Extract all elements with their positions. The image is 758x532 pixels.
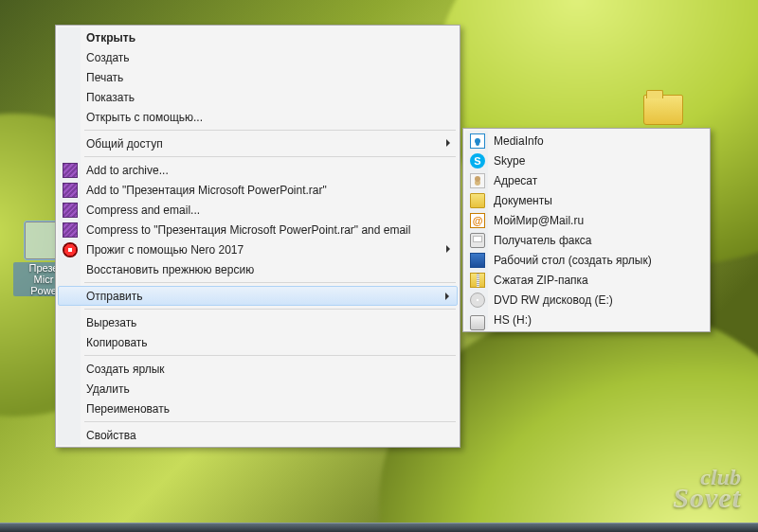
menu-send-to[interactable]: Отправить (58, 286, 458, 306)
menu-label: Сжатая ZIP-папка (494, 274, 588, 287)
sendto-fax[interactable]: Получатель факса (465, 230, 708, 250)
mail-icon (470, 213, 485, 228)
sendto-mediainfo[interactable]: MediaInfo (465, 131, 708, 151)
menu-label: Общий доступ (86, 137, 163, 151)
desktop-icon-partial[interactable]: t (0, 0, 9, 46)
sendto-submenu: MediaInfo Skype Адресат Документы МойМир… (462, 128, 711, 332)
menu-label: DVD RW дисковод (E:) (494, 293, 613, 307)
menu-label: Вырезать (86, 316, 136, 329)
sendto-moimir[interactable]: МойМир@Mail.ru (465, 210, 708, 230)
menu-label: Показать (86, 91, 135, 104)
chevron-right-icon (446, 245, 450, 253)
folder-icon (643, 95, 683, 125)
contacts-icon (470, 173, 485, 188)
nero-icon (63, 242, 78, 257)
menu-create-shortcut[interactable]: Создать ярлык (58, 359, 458, 379)
menu-add-to-named-rar[interactable]: Add to "Презентация Microsoft PowerPoint… (58, 180, 458, 200)
menu-compress-email[interactable]: Compress and email... (58, 200, 458, 220)
menu-label: Add to "Презентация Microsoft PowerPoint… (86, 184, 327, 197)
sendto-skype[interactable]: Skype (465, 151, 708, 170)
dvd-drive-icon (470, 293, 485, 308)
menu-label: Восстановить прежнюю версию (86, 263, 254, 276)
menu-restore-previous[interactable]: Восстановить прежнюю версию (58, 259, 458, 279)
menu-print[interactable]: Печать (58, 67, 458, 87)
menu-separator (84, 421, 456, 422)
context-menu: Открыть Создать Печать Показать Открыть … (55, 25, 460, 448)
sendto-hs-drive[interactable]: HS (H:) (465, 310, 708, 329)
documents-icon (470, 193, 485, 208)
desktop-icon (470, 253, 485, 268)
menu-delete[interactable]: Удалить (58, 379, 458, 399)
menu-label: Получатель факса (494, 234, 592, 247)
menu-label: Адресат (494, 174, 537, 187)
menu-sharing[interactable]: Общий доступ (58, 133, 458, 153)
menu-label: Переименовать (86, 402, 170, 416)
menu-separator (84, 130, 456, 131)
menu-copy[interactable]: Копировать (58, 332, 458, 352)
menu-compress-named-email[interactable]: Compress to "Презентация Microsoft Power… (58, 220, 458, 239)
menu-label: Compress to "Презентация Microsoft Power… (86, 223, 410, 237)
menu-label: Удалить (86, 382, 130, 396)
winrar-icon (63, 222, 78, 238)
menu-label: HS (H:) (494, 313, 532, 327)
skype-icon (470, 153, 485, 168)
desktop-icon-label: t (0, 35, 9, 46)
menu-open-with[interactable]: Открыть с помощью... (58, 107, 458, 127)
winrar-icon (63, 203, 78, 218)
menu-separator (84, 282, 456, 283)
menu-label: Отправить (86, 290, 143, 303)
chevron-right-icon (446, 139, 450, 147)
menu-properties[interactable]: Свойства (58, 425, 458, 445)
drive-icon (470, 315, 485, 330)
menu-cut[interactable]: Вырезать (58, 312, 458, 332)
menu-label: Открыть (86, 31, 135, 44)
menu-label: Compress and email... (86, 204, 200, 217)
chevron-right-icon (445, 293, 449, 300)
menu-open[interactable]: Открыть (58, 27, 458, 47)
menu-nero-burn[interactable]: Прожиг с помощью Nero 2017 (58, 239, 458, 259)
menu-label: Создать ярлык (86, 363, 165, 376)
menu-separator (84, 156, 456, 157)
sendto-desktop-shortcut[interactable]: Рабочий стол (создать ярлык) (465, 250, 708, 270)
menu-label: Копировать (86, 336, 148, 349)
sendto-addressee[interactable]: Адресат (465, 170, 708, 190)
menu-create[interactable]: Создать (58, 47, 458, 67)
menu-label: Skype (494, 154, 525, 168)
menu-label: Свойства (86, 429, 136, 442)
sendto-zip[interactable]: Сжатая ZIP-папка (465, 270, 708, 290)
menu-label: Рабочий стол (создать ярлык) (494, 254, 652, 267)
menu-label: Печать (86, 71, 123, 84)
menu-label: МойМир@Mail.ru (494, 214, 584, 227)
menu-separator (84, 309, 456, 310)
watermark: club Sovet (673, 468, 741, 509)
menu-show[interactable]: Показать (58, 87, 458, 107)
menu-label: Открыть с помощью... (86, 111, 203, 124)
mediainfo-icon (470, 133, 485, 149)
menu-add-to-archive[interactable]: Add to archive... (58, 160, 458, 180)
taskbar[interactable] (0, 523, 758, 532)
menu-label: Документы (494, 194, 552, 207)
menu-label: Add to archive... (86, 164, 169, 177)
menu-label: Создать (86, 51, 130, 64)
sendto-documents[interactable]: Документы (465, 190, 708, 210)
winrar-icon (63, 183, 78, 198)
menu-separator (84, 355, 456, 356)
winrar-icon (63, 163, 78, 178)
watermark-line2: Sovet (673, 487, 741, 509)
sendto-dvd[interactable]: DVD RW дисковод (E:) (465, 290, 708, 310)
menu-label: Прожиг с помощью Nero 2017 (86, 243, 244, 257)
desktop-folder[interactable] (637, 91, 690, 129)
zip-folder-icon (470, 273, 485, 288)
fax-icon (470, 233, 485, 248)
menu-rename[interactable]: Переименовать (58, 399, 458, 418)
menu-label: MediaInfo (494, 134, 544, 148)
